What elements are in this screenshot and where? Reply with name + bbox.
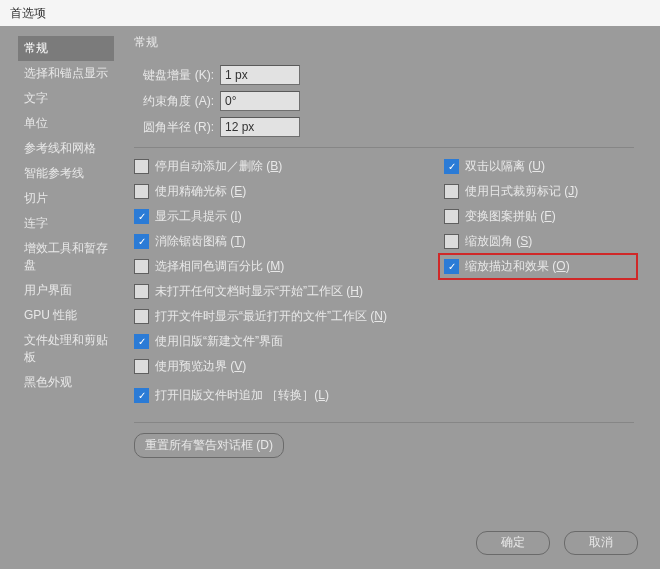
checkbox-box-icon [134,209,149,224]
checkbox-label: 使用日式裁剪标记 (J) [465,183,578,200]
checkbox-right-4[interactable]: 缩放描边和效果 (O) [444,258,634,275]
label-key-increment: 键盘增量 (K): [134,67,220,84]
row-corner-radius: 圆角半径 (R): [134,117,634,137]
input-constrain-angle[interactable] [220,91,300,111]
checkbox-area: 停用自动添加／删除 (B)使用精确光标 (E)显示工具提示 (I)消除锯齿图稿 … [134,158,634,412]
checkbox-left-2[interactable]: 显示工具提示 (I) [134,208,444,225]
checkbox-left-6[interactable]: 打开文件时显示“最近打开的文件”工作区 (N) [134,308,444,325]
label-corner-radius: 圆角半径 (R): [134,119,220,136]
checkbox-column-right: 双击以隔离 (U)使用日式裁剪标记 (J)变换图案拼贴 (F)缩放圆角 (S)缩… [444,158,634,412]
checkbox-left-0[interactable]: 停用自动添加／删除 (B) [134,158,444,175]
reset-warnings-button[interactable]: 重置所有警告对话框 (D) [134,433,284,458]
input-corner-radius[interactable] [220,117,300,137]
sidebar-item-8[interactable]: 增效工具和暂存盘 [18,236,114,278]
panel-general: 常规 键盘增量 (K): 约束角度 (A): 圆角半径 (R): 停用自动添加／… [134,34,634,458]
checkbox-label: 未打开任何文档时显示“开始”工作区 (H) [155,283,363,300]
sidebar-item-1[interactable]: 选择和锚点显示 [18,61,114,86]
checkbox-left-7[interactable]: 使用旧版“新建文件”界面 [134,333,444,350]
sidebar-item-12[interactable]: 黑色外观 [18,370,114,395]
checkbox-label: 缩放圆角 (S) [465,233,532,250]
divider-2 [134,422,634,423]
row-key-increment: 键盘增量 (K): [134,65,634,85]
checkbox-box-icon [134,284,149,299]
checkbox-left-5[interactable]: 未打开任何文档时显示“开始”工作区 (H) [134,283,444,300]
sidebar-item-2[interactable]: 文字 [18,86,114,111]
checkbox-box-icon [134,259,149,274]
checkbox-box-icon [134,234,149,249]
checkbox-label: 显示工具提示 (I) [155,208,242,225]
sidebar-item-9[interactable]: 用户界面 [18,278,114,303]
checkbox-box-icon [134,359,149,374]
checkbox-left-1[interactable]: 使用精确光标 (E) [134,183,444,200]
ok-button[interactable]: 确定 [476,531,550,555]
checkbox-right-3[interactable]: 缩放圆角 (S) [444,233,634,250]
checkbox-box-icon [444,209,459,224]
sidebar-item-4[interactable]: 参考线和网格 [18,136,114,161]
checkbox-column-left: 停用自动添加／删除 (B)使用精确光标 (E)显示工具提示 (I)消除锯齿图稿 … [134,158,444,412]
checkbox-box-icon [444,184,459,199]
input-key-increment[interactable] [220,65,300,85]
label-constrain-angle: 约束角度 (A): [134,93,220,110]
checkbox-label: 使用精确光标 (E) [155,183,246,200]
checkbox-right-0[interactable]: 双击以隔离 (U) [444,158,634,175]
window-title: 首选项 [0,0,660,26]
dialog-body: 常规选择和锚点显示文字单位参考线和网格智能参考线切片连字增效工具和暂存盘用户界面… [0,26,660,569]
sidebar: 常规选择和锚点显示文字单位参考线和网格智能参考线切片连字增效工具和暂存盘用户界面… [18,36,114,395]
checkbox-left-4[interactable]: 选择相同色调百分比 (M) [134,258,444,275]
checkbox-box-icon [134,309,149,324]
cancel-button[interactable]: 取消 [564,531,638,555]
checkbox-label: 双击以隔离 (U) [465,158,545,175]
sidebar-item-10[interactable]: GPU 性能 [18,303,114,328]
checkbox-label: 使用预览边界 (V) [155,358,246,375]
sidebar-item-11[interactable]: 文件处理和剪贴板 [18,328,114,370]
checkbox-box-icon [444,259,459,274]
sidebar-item-5[interactable]: 智能参考线 [18,161,114,186]
checkbox-box-icon [134,334,149,349]
checkbox-label: 打开旧版文件时追加 ［转换］(L) [155,387,329,404]
checkbox-left-3[interactable]: 消除锯齿图稿 (T) [134,233,444,250]
checkbox-label: 使用旧版“新建文件”界面 [155,333,283,350]
checkbox-label: 打开文件时显示“最近打开的文件”工作区 (N) [155,308,387,325]
checkbox-right-2[interactable]: 变换图案拼贴 (F) [444,208,634,225]
reset-wrap: 重置所有警告对话框 (D) [134,433,634,458]
sidebar-item-6[interactable]: 切片 [18,186,114,211]
checkbox-label: 缩放描边和效果 (O) [465,258,570,275]
checkbox-box-icon [134,388,149,403]
checkbox-right-1[interactable]: 使用日式裁剪标记 (J) [444,183,634,200]
checkbox-box-icon [134,184,149,199]
footer: 确定 取消 [476,531,638,555]
checkbox-label: 变换图案拼贴 (F) [465,208,556,225]
sidebar-item-0[interactable]: 常规 [18,36,114,61]
checkbox-label: 消除锯齿图稿 (T) [155,233,246,250]
sidebar-item-7[interactable]: 连字 [18,211,114,236]
panel-title: 常规 [134,34,634,51]
checkbox-box-icon [444,159,459,174]
checkbox-left-8[interactable]: 使用预览边界 (V) [134,358,444,375]
checkbox-left-9[interactable]: 打开旧版文件时追加 ［转换］(L) [134,387,444,404]
checkbox-box-icon [444,234,459,249]
row-constrain-angle: 约束角度 (A): [134,91,634,111]
checkbox-label: 停用自动添加／删除 (B) [155,158,282,175]
divider [134,147,634,148]
checkbox-box-icon [134,159,149,174]
checkbox-label: 选择相同色调百分比 (M) [155,258,284,275]
sidebar-item-3[interactable]: 单位 [18,111,114,136]
